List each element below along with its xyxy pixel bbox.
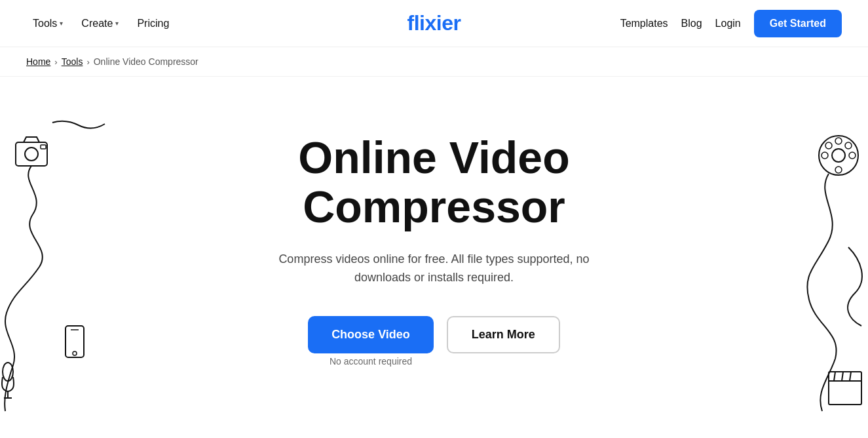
- deco-left-illustration: [0, 116, 131, 418]
- breadcrumb-tools[interactable]: Tools: [62, 56, 83, 67]
- nav-create-label: Create: [81, 18, 113, 30]
- breadcrumb-current: Online Video Compressor: [94, 56, 198, 67]
- svg-point-10: [835, 138, 842, 144]
- svg-point-6: [73, 351, 77, 355]
- svg-line-20: [850, 372, 851, 381]
- breadcrumb-sep-2: ›: [86, 57, 89, 67]
- nav-pricing[interactable]: Pricing: [130, 14, 176, 33]
- svg-rect-2: [41, 145, 46, 149]
- svg-rect-0: [16, 142, 47, 166]
- svg-point-3: [3, 363, 13, 381]
- svg-point-14: [825, 142, 832, 149]
- nav-left: Tools ▾ Create ▾ Pricing: [26, 14, 176, 33]
- nav-right: Templates Blog Login Get Started: [620, 10, 842, 37]
- no-account-label: No account required: [330, 356, 412, 367]
- get-started-button[interactable]: Get Started: [754, 10, 842, 37]
- svg-point-1: [25, 148, 38, 161]
- nav-create[interactable]: Create ▾: [75, 14, 125, 33]
- nav-tools-chevron: ▾: [60, 20, 63, 27]
- svg-point-8: [819, 136, 858, 175]
- nav-pricing-label: Pricing: [137, 18, 169, 30]
- navbar: Tools ▾ Create ▾ Pricing flixier Templat…: [0, 0, 868, 47]
- site-logo[interactable]: flixier: [407, 11, 461, 35]
- hero-title: Online Video Compressor: [298, 133, 569, 231]
- choose-video-wrap: Choose Video No account required: [308, 316, 434, 367]
- breadcrumb: Home › Tools › Online Video Compressor: [0, 47, 868, 77]
- nav-login[interactable]: Login: [715, 18, 741, 30]
- svg-line-19: [842, 372, 843, 381]
- svg-point-13: [849, 152, 856, 159]
- nav-blog[interactable]: Blog: [681, 18, 702, 30]
- nav-tools[interactable]: Tools ▾: [26, 14, 69, 33]
- svg-point-11: [835, 167, 842, 173]
- breadcrumb-sep-1: ›: [54, 57, 57, 67]
- hero-buttons: Choose Video No account required Learn M…: [308, 316, 560, 367]
- hero-section: Online Video Compressor Compress videos …: [0, 77, 868, 438]
- svg-point-15: [845, 142, 852, 149]
- nav-templates[interactable]: Templates: [620, 18, 668, 30]
- nav-tools-label: Tools: [33, 18, 57, 30]
- deco-right-illustration: [737, 116, 868, 418]
- svg-line-18: [834, 372, 835, 381]
- nav-create-chevron: ▾: [115, 20, 119, 27]
- svg-rect-5: [66, 326, 84, 357]
- breadcrumb-home[interactable]: Home: [26, 56, 50, 67]
- hero-subtitle: Compress videos online for free. All fil…: [251, 250, 618, 288]
- svg-point-9: [832, 149, 845, 162]
- choose-video-button[interactable]: Choose Video: [308, 316, 434, 353]
- svg-rect-16: [829, 372, 861, 405]
- svg-point-12: [821, 152, 828, 159]
- learn-more-button[interactable]: Learn More: [447, 316, 560, 353]
